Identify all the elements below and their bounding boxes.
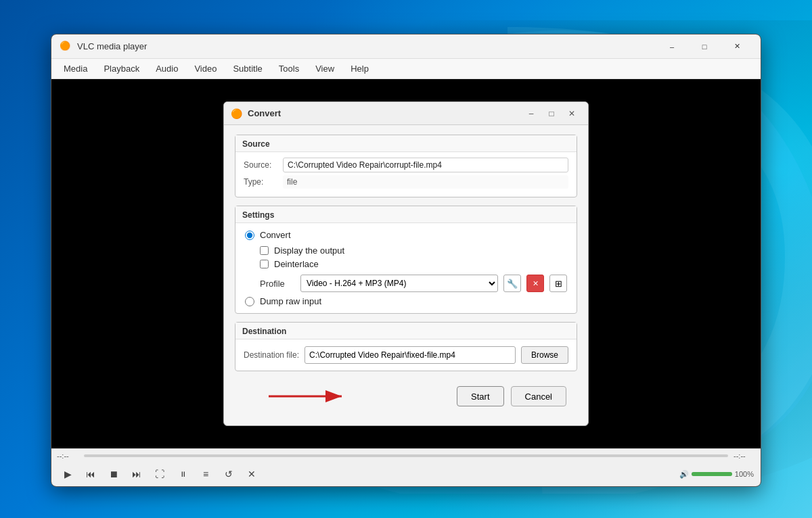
progress-track[interactable]	[84, 454, 728, 457]
vlc-icon: 🟠	[60, 41, 72, 53]
destination-file-row: Destination file: Browse	[244, 346, 568, 364]
source-section: Source Source: C:\Corrupted Video Repair…	[235, 135, 577, 197]
browse-button[interactable]: Browse	[521, 346, 568, 364]
dump-raw-radio[interactable]	[245, 297, 254, 306]
dialog-overlay: 🟠 Convert – □ ✕ Source S	[51, 79, 761, 448]
close-button[interactable]: ✕	[721, 34, 752, 59]
loop-button[interactable]: ↺	[219, 465, 238, 484]
source-section-label: Source	[235, 135, 577, 152]
minimize-button[interactable]: –	[656, 34, 687, 59]
menu-media[interactable]: Media	[57, 61, 94, 76]
display-output-row: Display the output	[260, 245, 567, 256]
destination-section-label: Destination	[235, 323, 577, 339]
dialog-title: Convert	[248, 108, 516, 118]
deinterlace-checkbox[interactable]	[260, 260, 269, 268]
window-title: VLC media player	[77, 41, 656, 51]
settings-section-label: Settings	[235, 206, 577, 223]
volume-fill	[692, 472, 732, 476]
dialog-footer: Start Cancel	[235, 381, 577, 415]
destination-file-label: Destination file:	[244, 350, 299, 360]
dialog-window-controls: – □ ✕	[522, 105, 581, 122]
profile-row: Profile Video - H.264 + MP3 (MP4) Video …	[260, 275, 567, 292]
cancel-button[interactable]: Cancel	[511, 386, 566, 406]
source-value: C:\Corrupted Video Repair\corrupt-file.m…	[283, 158, 568, 172]
vlc-window: 🟠 VLC media player – □ ✕ Media Playback …	[51, 34, 761, 487]
title-bar: 🟠 VLC media player – □ ✕	[51, 34, 761, 59]
dialog-body: Source Source: C:\Corrupted Video Repair…	[224, 125, 588, 425]
menu-view[interactable]: View	[309, 61, 341, 76]
profile-delete-button[interactable]: ✕	[526, 275, 544, 292]
play-button[interactable]: ▶	[58, 465, 77, 484]
display-output-checkbox[interactable]	[260, 246, 269, 255]
volume-bar[interactable]	[692, 472, 732, 476]
settings-section: Settings Convert Display the output	[235, 206, 577, 314]
progress-bar-area: --:-- --:--	[51, 449, 761, 463]
menu-tools[interactable]: Tools	[272, 61, 306, 76]
convert-radio-row: Convert	[245, 230, 567, 240]
volume-area: 🔊 100%	[679, 470, 754, 479]
type-value: file	[283, 175, 568, 189]
profile-new-button[interactable]: ⊞	[549, 275, 567, 292]
display-output-label: Display the output	[274, 245, 344, 256]
settings-content: Convert Display the output Deinterlace	[235, 223, 577, 313]
destination-section: Destination Destination file: Browse	[235, 322, 577, 371]
extended-button[interactable]: ⏸	[173, 465, 192, 484]
menu-bar: Media Playback Audio Video Subtitle Tool…	[51, 59, 761, 79]
dialog-maximize-button[interactable]: □	[542, 105, 561, 122]
menu-audio[interactable]: Audio	[149, 61, 185, 76]
menu-help[interactable]: Help	[344, 61, 376, 76]
dialog-title-bar: 🟠 Convert – □ ✕	[224, 102, 588, 125]
volume-icon: 🔊	[679, 470, 689, 479]
dialog-vlc-icon: 🟠	[231, 108, 242, 119]
playlist-button[interactable]: ≡	[196, 465, 215, 484]
maximize-button[interactable]: □	[689, 34, 720, 59]
prev-button[interactable]: ⏮	[81, 465, 100, 484]
bottom-controls: --:-- --:-- ▶ ⏮ ⏹ ⏭ ⛶ ⏸ ≡ ↺ ✕ 🔊 100%	[51, 448, 761, 486]
destination-file-input[interactable]	[304, 346, 516, 364]
controls-row: ▶ ⏮ ⏹ ⏭ ⛶ ⏸ ≡ ↺ ✕ 🔊 100%	[51, 463, 761, 486]
profile-label: Profile	[260, 279, 295, 289]
dump-raw-label: Dump raw input	[260, 296, 321, 306]
window-controls: – □ ✕	[656, 34, 752, 59]
random-button[interactable]: ✕	[242, 465, 261, 484]
destination-content: Destination file: Browse	[235, 339, 577, 371]
dialog-minimize-button[interactable]: –	[522, 105, 541, 122]
dialog-close-button[interactable]: ✕	[562, 105, 581, 122]
video-area: 🟠 Convert – □ ✕ Source S	[51, 79, 761, 448]
source-label: Source:	[244, 160, 279, 170]
profile-select[interactable]: Video - H.264 + MP3 (MP4) Video - VP80 +…	[300, 275, 498, 292]
menu-subtitle[interactable]: Subtitle	[226, 61, 269, 76]
volume-label: 100%	[735, 470, 754, 478]
deinterlace-label: Deinterlace	[274, 259, 319, 269]
source-field-row: Source: C:\Corrupted Video Repair\corrup…	[244, 158, 568, 172]
start-button[interactable]: Start	[457, 386, 503, 406]
convert-label: Convert	[260, 230, 291, 240]
convert-radio[interactable]	[245, 231, 254, 240]
time-start: --:--	[57, 452, 78, 460]
source-content: Source: C:\Corrupted Video Repair\corrup…	[235, 152, 577, 197]
next-button[interactable]: ⏭	[127, 465, 146, 484]
dump-raw-row: Dump raw input	[245, 296, 567, 306]
menu-video[interactable]: Video	[187, 61, 223, 76]
convert-dialog: 🟠 Convert – □ ✕ Source S	[223, 101, 589, 426]
profile-edit-button[interactable]: 🔧	[503, 275, 521, 292]
time-end: --:--	[734, 452, 755, 460]
stop-button[interactable]: ⏹	[104, 465, 123, 484]
type-label: Type:	[244, 177, 279, 187]
deinterlace-row: Deinterlace	[260, 259, 567, 269]
arrow-icon	[269, 388, 350, 404]
menu-playback[interactable]: Playback	[97, 61, 146, 76]
fullscreen-button[interactable]: ⛶	[150, 465, 169, 484]
arrow-indicator	[269, 388, 350, 404]
type-field-row: Type: file	[244, 175, 568, 189]
